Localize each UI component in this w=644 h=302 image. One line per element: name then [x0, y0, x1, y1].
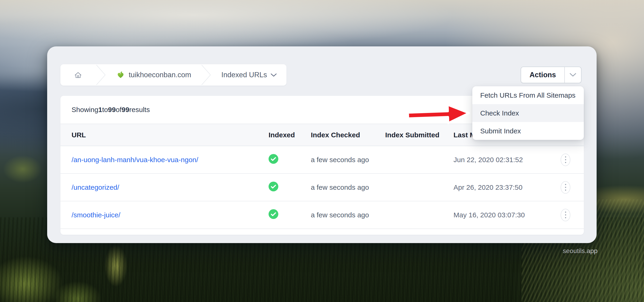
breadcrumb: tuikhoeconban.com Indexed URLs — [60, 64, 286, 86]
check-circle-icon — [268, 154, 278, 164]
last-modified-cell: Jun 22, 2020 02:31:52 — [454, 156, 560, 164]
row-menu-button[interactable] — [560, 153, 570, 166]
kebab-icon — [565, 156, 566, 163]
url-link[interactable]: /uncategorized/ — [72, 183, 119, 191]
kebab-icon — [565, 184, 566, 191]
column-header-indexed: Indexed — [268, 131, 311, 139]
url-link[interactable]: /an-uong-lanh-manh/vua-khoe-vua-ngon/ — [72, 156, 198, 163]
breadcrumb-separator — [96, 64, 106, 86]
row-menu-button[interactable] — [560, 209, 570, 221]
actions-caret-button[interactable] — [565, 67, 581, 83]
actions-button[interactable]: Actions — [521, 67, 565, 83]
chevron-down-icon — [570, 73, 576, 77]
breadcrumb-current-label: Indexed URLs — [222, 71, 267, 79]
table-row: /uncategorized/ a few seconds ago Apr 26… — [60, 174, 584, 201]
menu-item[interactable]: Submit Index — [472, 122, 584, 140]
column-header-index-checked: Index Checked — [311, 131, 385, 139]
home-icon — [74, 70, 83, 80]
table-row: /an-uong-lanh-manh/vua-khoe-vua-ngon/ a … — [60, 146, 584, 174]
app-panel: tuikhoeconban.com Indexed URLs Actions S… — [47, 46, 596, 243]
breadcrumb-site[interactable]: tuikhoeconban.com — [106, 64, 201, 86]
index-checked-cell: a few seconds ago — [311, 183, 385, 191]
row-menu-button[interactable] — [560, 181, 570, 194]
column-header-url: URL — [72, 131, 268, 139]
breadcrumb-separator — [201, 64, 212, 86]
red-arrow-icon — [405, 102, 472, 126]
watermark-label: seoutils.app — [563, 247, 598, 255]
check-circle-icon — [268, 209, 278, 219]
menu-item[interactable]: Fetch URLs From All Sitemaps — [472, 86, 584, 104]
last-modified-cell: May 16, 2020 03:07:30 — [454, 211, 560, 219]
menu-item[interactable]: Check Index — [472, 104, 584, 122]
index-checked-cell: a few seconds ago — [311, 156, 385, 164]
chevron-down-icon — [271, 73, 277, 77]
summary-text: Showing — [72, 106, 98, 114]
index-checked-cell: a few seconds ago — [311, 211, 385, 219]
breadcrumb-current[interactable]: Indexed URLs — [212, 64, 286, 86]
kebab-icon — [565, 212, 566, 218]
heart-leaf-icon — [116, 71, 125, 79]
actions-split-button: Actions — [521, 67, 582, 83]
column-header-index-submitted: Index Submitted — [385, 131, 454, 139]
actions-menu: Fetch URLs From All Sitemaps Check Index… — [472, 86, 584, 140]
breadcrumb-site-label: tuikhoeconban.com — [129, 71, 191, 79]
check-circle-icon — [268, 182, 278, 191]
table-body: /an-uong-lanh-manh/vua-khoe-vua-ngon/ a … — [60, 146, 584, 229]
url-link[interactable]: /smoothie-juice/ — [72, 211, 120, 219]
last-modified-cell: Apr 26, 2020 23:37:50 — [454, 183, 560, 191]
table-row: /smoothie-juice/ a few seconds ago May 1… — [60, 201, 584, 229]
breadcrumb-home[interactable] — [60, 64, 96, 86]
